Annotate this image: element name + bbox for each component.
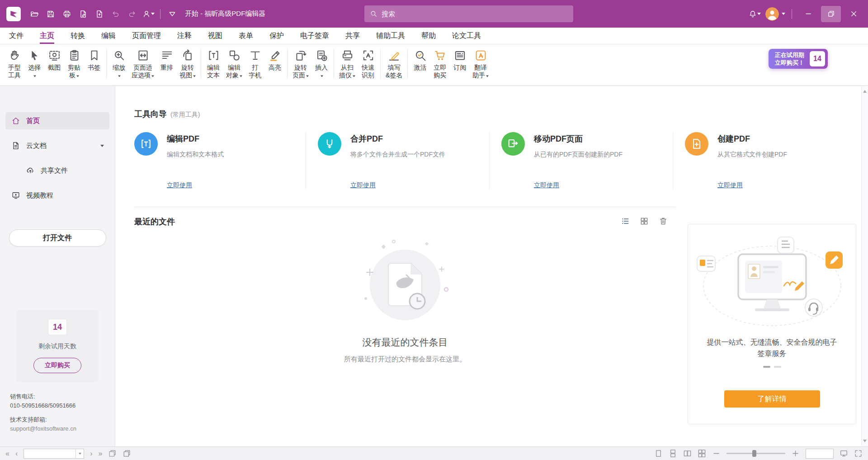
minimize-button[interactable]: [798, 6, 818, 22]
first-page-icon[interactable]: «: [5, 450, 9, 457]
menu-paper-tools[interactable]: 论文工具: [452, 28, 481, 44]
undo-icon[interactable]: [108, 6, 124, 22]
card-edit-pdf[interactable]: 编辑PDF 编辑文档和文本格式 立即使用: [134, 132, 306, 190]
menu-protect[interactable]: 保护: [269, 28, 284, 44]
buy-now-button[interactable]: 立即购买: [33, 358, 81, 373]
zoom-out-icon[interactable]: [712, 449, 721, 458]
sidebar-item-shared-files[interactable]: 共享文件: [20, 162, 109, 179]
menu-home[interactable]: 主页: [40, 28, 54, 44]
ribbon-bookmark[interactable]: 书签: [84, 47, 104, 72]
scroll-down-arrow-icon[interactable]: [863, 440, 867, 444]
zoom-in-icon[interactable]: [791, 449, 800, 458]
menu-view[interactable]: 视图: [208, 28, 222, 44]
menu-form[interactable]: 表单: [239, 28, 253, 44]
ribbon-edit-object[interactable]: 编辑对象: [223, 47, 245, 80]
open-folder-icon[interactable]: [26, 6, 42, 22]
menu-accessibility[interactable]: 辅助工具: [376, 28, 405, 44]
close-button[interactable]: [844, 6, 863, 22]
previous-page-icon[interactable]: ‹: [15, 450, 18, 457]
ribbon-hand-tool[interactable]: 手型工具: [5, 47, 24, 80]
ribbon-fit-page-options[interactable]: 页面适应选项: [129, 47, 157, 80]
ribbon-fill-sign[interactable]: 填写&签名: [383, 47, 405, 80]
use-now-link[interactable]: 立即使用: [717, 181, 743, 190]
grid-view-icon[interactable]: [640, 217, 649, 227]
ribbon-typewriter[interactable]: 打字机: [245, 47, 265, 80]
zoom-slider-knob[interactable]: [752, 450, 756, 457]
learn-more-button[interactable]: 了解详情: [724, 390, 820, 408]
card-move-pdf-pages[interactable]: 移动PDF页面 从已有的PDF页面创建新的PDF 立即使用: [489, 132, 673, 190]
redo-icon[interactable]: [124, 6, 140, 22]
ribbon-subscribe[interactable]: 订阅: [450, 47, 470, 72]
ribbon-insert[interactable]: 插入: [311, 47, 331, 80]
export-icon[interactable]: [91, 6, 108, 22]
menu-comment[interactable]: 注释: [177, 28, 192, 44]
facing-view-icon[interactable]: [683, 449, 692, 458]
list-view-icon[interactable]: [621, 217, 630, 227]
account-roaming-icon[interactable]: [140, 6, 156, 22]
previous-view-icon[interactable]: [108, 449, 117, 458]
menu-edit[interactable]: 编辑: [101, 28, 116, 44]
page-dropdown[interactable]: [75, 449, 84, 458]
ribbon-highlight[interactable]: 高亮: [265, 47, 285, 72]
trial-buy-badge[interactable]: 正在试用期 立即购买！ 14: [769, 49, 828, 69]
ribbon-edit-text[interactable]: 编辑文本: [203, 47, 223, 80]
use-now-link[interactable]: 立即使用: [534, 181, 559, 190]
ribbon-activate[interactable]: 激活: [410, 47, 430, 72]
chevron-down-icon[interactable]: [100, 145, 104, 149]
print-icon[interactable]: [59, 6, 75, 22]
facing-continuous-view-icon[interactable]: [698, 449, 706, 458]
ribbon-from-scanner[interactable]: 从扫描仪: [336, 47, 358, 80]
ribbon-buy-now[interactable]: 立即购买: [430, 47, 450, 80]
menu-page-organize[interactable]: 页面管理: [132, 28, 161, 44]
continuous-view-icon[interactable]: [669, 449, 677, 458]
page-number-input[interactable]: [24, 450, 75, 457]
reading-mode-icon[interactable]: [840, 449, 848, 458]
avatar[interactable]: [765, 7, 779, 21]
restore-button[interactable]: [821, 6, 841, 22]
save-icon[interactable]: [42, 6, 59, 22]
search-bar[interactable]: [364, 5, 573, 22]
zoom-slider[interactable]: [726, 453, 785, 454]
open-file-button[interactable]: 打开文件: [9, 229, 106, 247]
use-now-link[interactable]: 立即使用: [167, 181, 192, 190]
save-as-icon[interactable]: [75, 6, 91, 22]
ribbon-reflow[interactable]: 重排: [157, 47, 177, 72]
menu-convert[interactable]: 转换: [71, 28, 85, 44]
carousel-dot[interactable]: [774, 366, 781, 368]
menu-esign[interactable]: 电子签章: [300, 28, 329, 44]
notification-bell-icon[interactable]: [746, 6, 763, 22]
sidebar-item-home[interactable]: 首页: [5, 112, 109, 129]
support-email-address[interactable]: support@foxitsoftware.cn: [10, 424, 105, 433]
use-now-link[interactable]: 立即使用: [350, 181, 376, 190]
ribbon-quick-ocr[interactable]: 快速识别: [358, 47, 378, 80]
next-view-icon[interactable]: [123, 449, 131, 458]
next-page-icon[interactable]: ›: [90, 450, 92, 457]
sidebar-item-cloud-docs[interactable]: 云文档: [5, 137, 109, 154]
avatar-menu-caret[interactable]: [782, 13, 785, 17]
menu-share[interactable]: 共享: [345, 28, 360, 44]
card-create-pdf[interactable]: 创建PDF 从其它格式文件创建PDF 立即使用: [673, 132, 856, 190]
ribbon-clipboard[interactable]: 剪贴板: [64, 47, 84, 80]
ribbon-zoom[interactable]: 缩放: [109, 47, 129, 80]
ribbon-snapshot[interactable]: 截图: [44, 47, 64, 72]
single-page-view-icon[interactable]: [654, 449, 663, 458]
sidebar-item-video-tutorials[interactable]: 视频教程: [5, 187, 109, 204]
menu-help[interactable]: 帮助: [421, 28, 436, 44]
search-input[interactable]: [382, 10, 568, 18]
collapse-ribbon-icon[interactable]: [164, 6, 180, 22]
trash-icon[interactable]: [659, 217, 668, 227]
scroll-up-arrow-icon[interactable]: [863, 88, 867, 93]
vertical-scrollbar[interactable]: [861, 86, 868, 446]
menu-file[interactable]: 文件: [9, 28, 24, 44]
ribbon-rotate-pages[interactable]: 旋转页面: [290, 47, 311, 80]
page-number-box[interactable]: [24, 449, 84, 459]
last-page-icon[interactable]: »: [99, 450, 103, 457]
ribbon-rotate-view[interactable]: 旋转视图: [177, 47, 198, 80]
ribbon-translate-assistant[interactable]: 翻译助手: [470, 47, 491, 80]
zoom-level-box[interactable]: [806, 449, 834, 459]
zoom-level-input[interactable]: [806, 449, 833, 458]
fullscreen-icon[interactable]: [854, 449, 863, 458]
card-merge-pdf[interactable]: 合并PDF 将多个文件合并生成一个PDF文件 立即使用: [306, 132, 489, 190]
ribbon-select[interactable]: 选择: [24, 47, 44, 80]
carousel-dot-active[interactable]: [763, 366, 770, 368]
